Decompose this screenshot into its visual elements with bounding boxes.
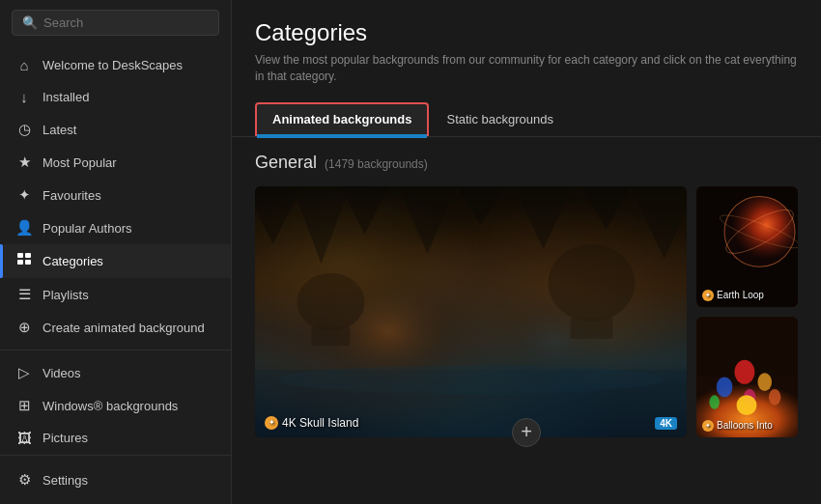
sidebar-item-label: Create animated background	[42, 321, 205, 335]
balloons-label: ✦ Balloons Into	[702, 420, 773, 432]
create-icon: ⊕	[15, 319, 33, 336]
earth-loop-thumb[interactable]: ✦ Earth Loop	[696, 186, 798, 307]
earth-loop-label: ✦ Earth Loop	[702, 290, 764, 301]
video-icon: ▷	[15, 364, 33, 381]
section-name: General	[255, 153, 317, 173]
svg-rect-18	[312, 326, 351, 346]
user-icon: 👤	[15, 219, 33, 237]
tab-bar: Animated backgrounds Static backgrounds	[232, 95, 821, 137]
divider	[0, 350, 231, 350]
sidebar-item-installed[interactable]: ↓ Installed	[0, 81, 231, 113]
sidebar: 🔍 ⌂ Welcome to DeskScapes ↓ Installed ◷ …	[0, 0, 232, 504]
gallery-wrapper: ✦ 4K Skull Island 4K	[255, 186, 798, 437]
sidebar-bottom: ⚙ Settings	[0, 455, 231, 504]
gift-icon: ✦	[15, 186, 33, 204]
playlist-icon: ☰	[15, 286, 33, 303]
tab-underline	[257, 134, 427, 136]
sidebar-item-label: Categories	[42, 254, 103, 268]
main-content: Categories View the most popular backgro…	[232, 0, 821, 504]
sidebar-item-label: Favourites	[42, 188, 101, 203]
sidebar-item-label: Pictures	[42, 431, 88, 445]
sidebar-item-popular-authors[interactable]: 👤 Popular Authors	[0, 211, 231, 244]
sidebar-item-label: Settings	[42, 473, 88, 488]
sidebar-item-label: Videos	[42, 366, 81, 380]
svg-marker-6	[293, 186, 351, 264]
svg-marker-11	[582, 186, 631, 230]
sidebar-item-label: Popular Authors	[42, 221, 132, 236]
sidebar-item-label: Playlists	[42, 288, 89, 302]
skull-island-image	[255, 186, 687, 437]
home-icon: ⌂	[15, 57, 33, 73]
sidebar-item-create[interactable]: ⊕ Create animated background	[0, 311, 231, 344]
sidebar-item-categories[interactable]: Categories	[0, 244, 231, 278]
section-count: (1479 backgrounds)	[325, 157, 428, 171]
svg-rect-20	[571, 318, 613, 339]
svg-rect-1	[25, 253, 31, 258]
sidebar-item-favourites[interactable]: ✦ Favourites	[0, 179, 231, 211]
tab-static[interactable]: Static backgrounds	[429, 102, 571, 136]
sidebar-item-playlists[interactable]: ☰ Playlists	[0, 278, 231, 311]
svg-marker-5	[255, 186, 302, 244]
svg-point-32	[709, 395, 719, 409]
balloons-thumb[interactable]: ✦ Balloons Into	[696, 317, 798, 437]
svg-marker-12	[631, 186, 688, 259]
sidebar-item-welcome[interactable]: ⌂ Welcome to DeskScapes	[0, 49, 231, 81]
sidebar-item-label: Most Popular	[42, 155, 117, 170]
svg-point-30	[757, 373, 772, 391]
sidebar-item-label: Windows® backgrounds	[42, 399, 178, 413]
pictures-icon: 🖼	[15, 430, 33, 446]
svg-point-29	[717, 377, 733, 397]
search-input[interactable]	[43, 15, 209, 30]
sidebar-item-videos[interactable]: ▷ Videos	[0, 356, 231, 389]
svg-marker-7	[341, 186, 389, 235]
svg-marker-9	[457, 186, 505, 225]
tab-animated[interactable]: Animated backgrounds	[255, 102, 429, 136]
search-box[interactable]: 🔍	[12, 10, 219, 36]
svg-marker-8	[399, 186, 457, 254]
settings-icon: ⚙	[15, 471, 33, 489]
download-icon: ↓	[15, 89, 33, 105]
clock-icon: ◷	[15, 121, 33, 138]
sidebar-item-settings[interactable]: ⚙ Settings	[0, 463, 231, 496]
gallery-main-item[interactable]: ✦ 4K Skull Island 4K	[255, 186, 687, 437]
page-header: Categories View the most popular backgro…	[232, 0, 821, 95]
gallery: ✦ 4K Skull Island 4K	[255, 186, 798, 437]
page-description: View the most popular backgrounds from o…	[255, 52, 798, 85]
section-title: General (1479 backgrounds)	[255, 153, 798, 173]
sidebar-item-label: Welcome to DeskScapes	[42, 58, 183, 72]
add-button[interactable]: +	[512, 418, 541, 447]
sidebar-item-label: Latest	[42, 123, 76, 137]
label-icon: ✦	[702, 290, 714, 301]
label-icon: ✦	[702, 420, 714, 432]
svg-marker-10	[515, 186, 573, 249]
svg-rect-3	[25, 260, 31, 265]
main-item-label: ✦ 4K Skull Island	[265, 416, 358, 430]
content-area: General (1479 backgrounds)	[232, 137, 821, 504]
label-icon: ✦	[265, 416, 278, 430]
search-icon: 🔍	[22, 15, 38, 30]
svg-point-17	[297, 273, 365, 331]
star-icon: ★	[15, 154, 33, 171]
page-title: Categories	[255, 19, 798, 46]
svg-point-34	[737, 395, 757, 415]
nav-menu: ⌂ Welcome to DeskScapes ↓ Installed ◷ La…	[0, 45, 231, 455]
svg-rect-0	[17, 253, 23, 258]
sidebar-item-windows-bg[interactable]: ⊞ Windows® backgrounds	[0, 389, 231, 422]
categories-icon	[15, 252, 33, 270]
svg-point-33	[769, 389, 781, 406]
svg-rect-2	[17, 260, 23, 265]
sidebar-item-pictures[interactable]: 🖼 Pictures	[0, 422, 231, 454]
svg-point-28	[734, 359, 754, 383]
svg-point-19	[549, 244, 636, 322]
windows-bg-icon: ⊞	[15, 397, 33, 414]
resolution-badge: 4K	[655, 417, 677, 430]
gallery-side: ✦ Earth Loop	[696, 186, 798, 437]
sidebar-item-latest[interactable]: ◷ Latest	[0, 113, 231, 146]
sidebar-item-label: Installed	[42, 90, 89, 104]
sidebar-item-most-popular[interactable]: ★ Most Popular	[0, 146, 231, 179]
